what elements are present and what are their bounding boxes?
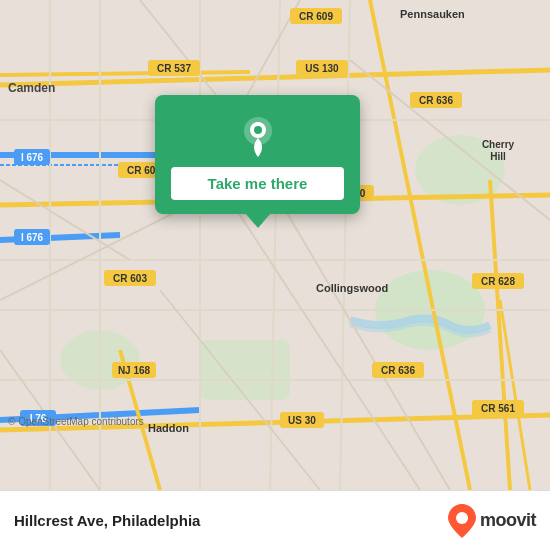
svg-text:Haddon: Haddon — [148, 422, 189, 434]
svg-text:CR 628: CR 628 — [481, 276, 515, 287]
svg-point-73 — [254, 126, 262, 134]
svg-text:US 130: US 130 — [305, 63, 339, 74]
svg-text:Collingswood: Collingswood — [316, 282, 388, 294]
location-info: Hillcrest Ave, Philadelphia — [14, 512, 200, 529]
location-name: Hillcrest Ave, Philadelphia — [14, 512, 200, 529]
svg-text:CR 603: CR 603 — [113, 273, 147, 284]
svg-text:CR 561: CR 561 — [481, 403, 515, 414]
svg-text:CR 636: CR 636 — [419, 95, 453, 106]
svg-text:I 676: I 676 — [21, 232, 44, 243]
svg-text:Cherry: Cherry — [482, 139, 515, 150]
svg-point-74 — [456, 512, 468, 524]
moovit-brand-text: moovit — [480, 510, 536, 531]
moovit-pin-icon — [448, 504, 476, 538]
moovit-logo[interactable]: moovit — [448, 504, 536, 538]
map-container: CR 609 Pennsauken CR 537 US 130 Camden C… — [0, 0, 550, 490]
svg-text:Camden: Camden — [8, 81, 55, 95]
svg-text:I 676: I 676 — [21, 152, 44, 163]
copyright-text: © OpenStreetMap contributors — [8, 416, 144, 427]
svg-text:US 30: US 30 — [288, 415, 316, 426]
svg-text:CR 537: CR 537 — [157, 63, 191, 74]
popup-card: Take me there — [155, 95, 360, 214]
svg-text:Hill: Hill — [490, 151, 506, 162]
svg-text:CR 609: CR 609 — [299, 11, 333, 22]
svg-rect-3 — [200, 340, 290, 400]
location-pin-icon — [236, 113, 280, 157]
svg-text:NJ 168: NJ 168 — [118, 365, 151, 376]
svg-text:CR 636: CR 636 — [381, 365, 415, 376]
take-me-there-button[interactable]: Take me there — [171, 167, 344, 200]
bottom-bar: Hillcrest Ave, Philadelphia moovit — [0, 490, 550, 550]
svg-text:Pennsauken: Pennsauken — [400, 8, 465, 20]
